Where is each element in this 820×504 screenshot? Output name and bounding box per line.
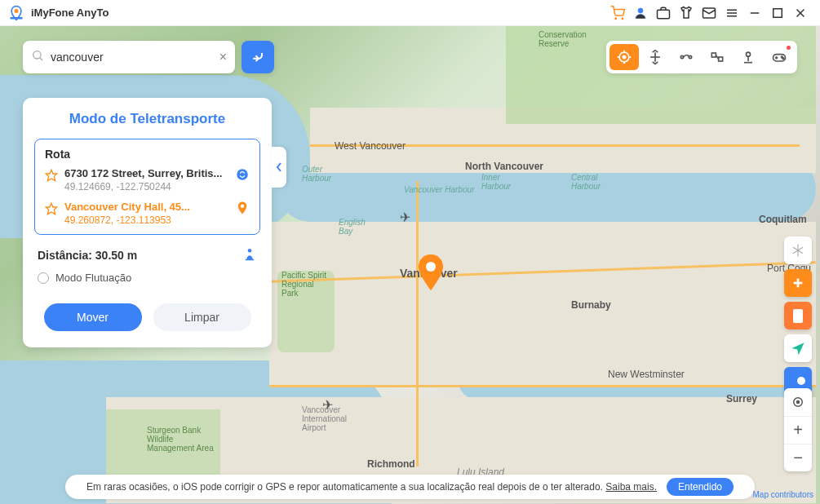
svg-rect-5 xyxy=(658,10,670,19)
star-icon[interactable] xyxy=(45,169,58,185)
svg-point-20 xyxy=(241,205,245,209)
svg-rect-11 xyxy=(773,8,782,17)
zoom-controls: + − xyxy=(784,388,812,471)
menu-icon[interactable] xyxy=(720,2,743,24)
map-label: Inner Harbour xyxy=(481,173,522,191)
briefcase-icon[interactable] xyxy=(652,2,675,24)
svg-point-2 xyxy=(615,18,617,20)
jump-mode-button[interactable] xyxy=(640,44,670,70)
map-label: Sturgeon Bank Wildlife Management Area xyxy=(147,426,220,453)
collapse-panel-button[interactable] xyxy=(272,147,286,188)
map-label: English Bay xyxy=(339,218,379,236)
map-label: Pacific Spirit Regional Park xyxy=(281,271,330,298)
search-icon xyxy=(31,49,44,65)
add-favorite-button[interactable] xyxy=(784,269,812,297)
map-label: Surrey xyxy=(726,393,757,405)
map-attribution: Map contributors xyxy=(753,490,813,499)
star-icon[interactable] xyxy=(45,202,58,219)
titlebar: iMyFone AnyTo xyxy=(0,0,820,26)
snowflake-button[interactable] xyxy=(784,237,812,264)
svg-point-31 xyxy=(680,55,683,58)
map-label: Vancouver Harbour xyxy=(404,185,474,194)
dismiss-banner-button[interactable]: Entendido xyxy=(667,478,734,496)
svg-point-0 xyxy=(15,9,19,13)
zoom-out-button[interactable]: − xyxy=(784,444,812,471)
app-title: iMyFone AnyTo xyxy=(31,7,109,19)
map-label: Burnaby xyxy=(571,299,611,311)
origin-address: 6730 172 Street, Surrey, Britis... xyxy=(64,167,228,179)
map-label: New Westminster xyxy=(608,369,685,380)
side-tools xyxy=(784,237,812,395)
float-mode-option[interactable]: Modo Flutuação xyxy=(34,272,260,284)
dest-address: Vancouver City Hall, 45... xyxy=(64,201,228,213)
multi-spot-mode-button[interactable] xyxy=(703,44,732,70)
mail-icon[interactable] xyxy=(698,2,720,24)
zoom-in-button[interactable]: + xyxy=(784,416,812,444)
svg-point-43 xyxy=(782,58,784,60)
svg-rect-49 xyxy=(793,309,803,323)
minimize-button[interactable] xyxy=(743,2,766,24)
svg-rect-22 xyxy=(246,259,255,261)
float-label: Modo Flutuação xyxy=(55,272,131,284)
search-go-button[interactable] xyxy=(242,41,274,73)
move-button[interactable]: Mover xyxy=(44,303,142,331)
map-label: Coquitlam xyxy=(759,214,807,225)
panel-title: Modo de Teletransporte xyxy=(34,111,260,127)
user-icon[interactable] xyxy=(629,2,652,24)
map-label: West Vancouver xyxy=(335,140,406,152)
svg-point-15 xyxy=(33,51,41,59)
button-row: Mover Limpar xyxy=(34,303,260,331)
route-label: Rota xyxy=(45,148,250,161)
locate-button[interactable] xyxy=(784,388,812,416)
clear-search-icon[interactable]: × xyxy=(219,50,227,64)
radio-icon xyxy=(38,272,49,284)
svg-marker-19 xyxy=(46,203,56,214)
two-spot-mode-button[interactable] xyxy=(672,44,701,70)
maximize-button[interactable] xyxy=(766,2,789,24)
distance-row: Distância: 30.50 m xyxy=(34,246,260,263)
battery-button[interactable] xyxy=(784,302,812,329)
svg-point-18 xyxy=(237,169,248,180)
search-input[interactable] xyxy=(51,51,219,64)
svg-point-51 xyxy=(797,377,805,385)
map-pin-icon xyxy=(416,254,445,294)
map-label: Richmond xyxy=(367,458,415,470)
joystick-mode-button[interactable] xyxy=(734,44,763,70)
clear-button[interactable]: Limpar xyxy=(153,303,251,331)
svg-point-14 xyxy=(426,262,436,272)
map-label: Conservation Reserve xyxy=(539,30,604,48)
svg-point-36 xyxy=(747,52,751,56)
gamepad-mode-button[interactable] xyxy=(765,44,794,70)
app-logo-icon xyxy=(8,5,24,21)
search-box: × xyxy=(23,41,235,73)
svg-marker-17 xyxy=(46,170,56,180)
location-pin-icon xyxy=(235,201,250,219)
teleport-panel: Modo de Teletransporte Rota 6730 172 Str… xyxy=(23,98,272,347)
send-location-button[interactable] xyxy=(784,334,812,362)
search-row: × xyxy=(23,41,274,73)
origin-coords: 49.124669, -122.750244 xyxy=(64,181,228,192)
route-box: Rota 6730 172 Street, Surrey, Britis... … xyxy=(34,139,260,235)
route-destination: Vancouver City Hall, 45... 49.260872, -1… xyxy=(45,201,250,226)
svg-point-53 xyxy=(797,401,800,404)
svg-point-21 xyxy=(248,249,252,253)
svg-rect-34 xyxy=(719,57,723,61)
person-pin-icon[interactable] xyxy=(242,246,257,263)
svg-point-3 xyxy=(622,18,623,20)
map-label: Vancouver International Airport xyxy=(302,405,367,432)
airport-icon: ✈ xyxy=(400,210,410,225)
close-button[interactable] xyxy=(789,2,812,24)
route-origin: 6730 172 Street, Surrey, Britis... 49.12… xyxy=(45,167,250,192)
swap-icon[interactable] xyxy=(235,167,250,185)
learn-more-link[interactable]: Saiba mais. xyxy=(605,481,657,493)
footer-text: Em raras ocasiões, o iOS pode corrigir o… xyxy=(86,481,603,493)
svg-point-4 xyxy=(638,8,643,13)
map-label: Outer Harbour xyxy=(302,165,343,183)
svg-rect-33 xyxy=(711,53,716,57)
map-label: North Vancouver xyxy=(465,161,543,172)
svg-line-16 xyxy=(40,58,42,60)
cart-icon[interactable] xyxy=(606,2,629,24)
teleport-mode-button[interactable] xyxy=(609,44,639,70)
info-banner: Em raras ocasiões, o iOS pode corrigir o… xyxy=(65,475,755,499)
tshirt-icon[interactable] xyxy=(675,2,698,24)
